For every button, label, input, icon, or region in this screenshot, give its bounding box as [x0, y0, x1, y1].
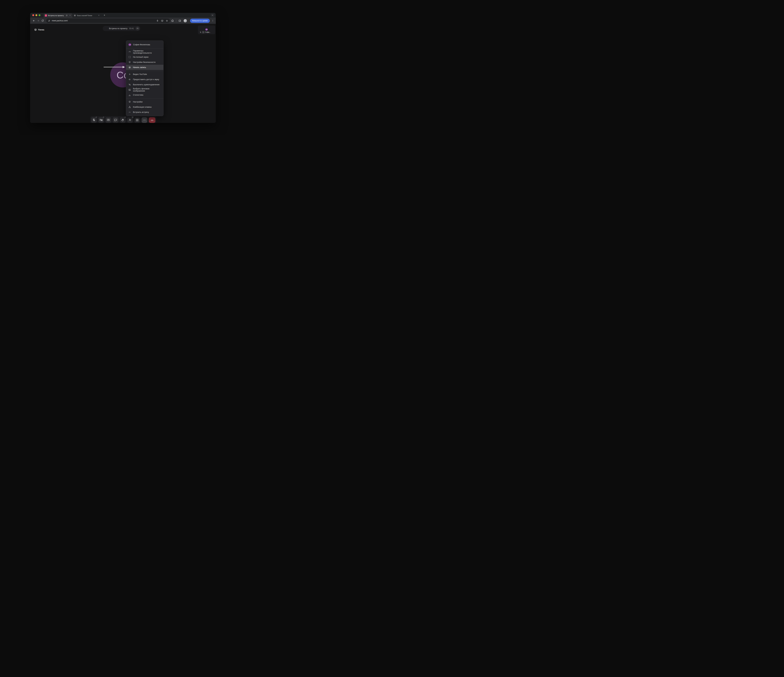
- tab-media-indicator-icon: [66, 14, 68, 17]
- back-icon[interactable]: [32, 19, 36, 23]
- new-tab-button[interactable]: +: [103, 13, 106, 17]
- participant-tile[interactable]: СФ M Софи...: [198, 26, 215, 34]
- toolbar-right: Relaunch to update: [171, 19, 214, 23]
- side-panel-icon[interactable]: [179, 19, 181, 22]
- menu-item-keyboard-shortcuts[interactable]: Комбинации клавиш: [126, 104, 163, 110]
- menu-item-label: Статистика: [133, 94, 143, 96]
- performance-chip[interactable]: [135, 26, 140, 30]
- menu-item-label: Встроить встречу: [133, 111, 149, 113]
- tab-meeting[interactable]: Встреча по проекту ×: [44, 13, 72, 17]
- tab-close-icon[interactable]: ×: [69, 14, 71, 17]
- more-options-button[interactable]: [142, 117, 147, 123]
- annotation-arrow: [104, 65, 126, 68]
- menu-item-start-recording[interactable]: Начать запись: [126, 65, 163, 70]
- menu-item-share-audio[interactable]: Предоставить доступ к звуку: [126, 77, 163, 82]
- audio-share-icon: [128, 78, 131, 81]
- participant-avatar: СФ: [205, 28, 208, 31]
- hand-icon: [121, 118, 124, 122]
- url-text[interactable]: meet.pachca.com/: [52, 20, 155, 22]
- browser-menu-kebab-icon[interactable]: [212, 19, 214, 23]
- traffic-light-close-button[interactable]: [32, 14, 34, 16]
- camera-button[interactable]: [98, 117, 104, 123]
- participants-icon: [128, 118, 132, 122]
- mic-options-chevron-icon[interactable]: [95, 116, 97, 118]
- menu-item-label: Предоставить доступ к звуку: [133, 78, 159, 81]
- menu-item-label: Выключить шумоподавление: [133, 84, 159, 86]
- menu-item-performance[interactable]: Параметры производительности: [126, 49, 163, 54]
- embed-icon: [128, 111, 131, 113]
- install-app-icon[interactable]: [161, 20, 163, 22]
- call-controls-bar: 1: [90, 116, 156, 123]
- traffic-light-zoom-button[interactable]: [39, 14, 40, 16]
- menu-item-label: Комбинации клавиш: [133, 106, 152, 108]
- security-icon: [128, 61, 131, 64]
- mic-off-icon: [92, 118, 95, 122]
- grid-view-button[interactable]: [134, 117, 140, 123]
- profile-avatar[interactable]: [184, 19, 187, 22]
- tab-strip: Встреча по проекту × База знаний Пачки ×…: [30, 13, 216, 17]
- meeting-title: Встреча по проекту: [109, 27, 128, 30]
- mic-in-use-icon[interactable]: [156, 20, 159, 22]
- menu-item-security[interactable]: Настройки безопасности: [126, 59, 163, 65]
- fullscreen-icon: [128, 56, 131, 58]
- pachca-logo-text: Пачка: [38, 28, 44, 31]
- meeting-header: Встреча по проекту 03:41: [103, 26, 140, 31]
- menu-item-noise-suppression[interactable]: Выключить шумоподавление: [126, 82, 163, 87]
- menu-item-statistics[interactable]: Статистика: [126, 92, 163, 98]
- chat-icon: [114, 118, 117, 122]
- menu-item-fullscreen[interactable]: На полный экран: [126, 54, 163, 59]
- bookmark-star-icon[interactable]: [166, 20, 168, 22]
- menu-item-label: Настройки: [133, 101, 143, 103]
- more-options-menu: СФ София Филиппова Параметры производите…: [126, 40, 163, 116]
- screenshare-button[interactable]: [106, 117, 111, 123]
- settings-icon: [128, 101, 131, 103]
- reload-icon[interactable]: [40, 19, 45, 23]
- menu-item-label: На полный экран: [133, 56, 148, 58]
- tab-search-chevron-icon[interactable]: [211, 14, 214, 17]
- tab-knowledge-base[interactable]: База знаний Пачки ×: [72, 13, 101, 17]
- noise-suppression-icon: [128, 83, 131, 86]
- menu-item-background-image[interactable]: Выбрать фоновое изображение: [126, 87, 163, 92]
- meeting-tab-favicon-icon: [45, 14, 47, 17]
- background-image-icon: [128, 89, 131, 91]
- site-info-icon[interactable]: [48, 20, 50, 22]
- hand-options-chevron-icon[interactable]: [124, 116, 126, 118]
- menu-item-label: Настройки безопасности: [133, 61, 156, 63]
- performance-icon: [128, 51, 131, 53]
- participants-button[interactable]: 1: [127, 117, 133, 123]
- menu-item-label: Выбрать фоновое изображение: [133, 88, 161, 92]
- menu-item-youtube[interactable]: Видео YouTube: [126, 71, 163, 77]
- mic-muted-icon: [200, 31, 202, 33]
- chat-button[interactable]: [113, 117, 118, 123]
- extensions-puzzle-icon[interactable]: [171, 19, 174, 22]
- participant-info-row: M Софи...: [200, 31, 211, 33]
- address-bar[interactable]: meet.pachca.com/: [46, 19, 170, 23]
- camera-off-icon: [100, 118, 103, 122]
- gauge-icon: [137, 28, 138, 30]
- participants-count-badge: 1: [132, 116, 134, 118]
- pachca-logo: Пачка: [34, 28, 44, 31]
- forward-icon[interactable]: [36, 19, 40, 23]
- more-icon: [143, 118, 146, 122]
- menu-item-settings[interactable]: Настройки: [126, 99, 163, 104]
- tab-title: База знаний Пачки: [77, 15, 96, 17]
- menu-item-label: Видео YouTube: [133, 73, 147, 75]
- menu-item-embed-meeting[interactable]: Встроить встречу: [126, 110, 163, 115]
- mic-button[interactable]: [91, 117, 97, 123]
- meeting-app: Пачка Встреча по проекту 03:41 СФ M Софи…: [30, 24, 216, 123]
- window-controls: [32, 14, 40, 16]
- participant-name: Софи...: [205, 31, 211, 33]
- tab-title: Встреча по проекту: [48, 15, 65, 17]
- menu-item-label: Начать запись: [133, 66, 146, 68]
- hangup-button[interactable]: [149, 117, 156, 123]
- raise-hand-button[interactable]: [120, 117, 126, 123]
- traffic-light-minimize-button[interactable]: [36, 14, 37, 16]
- youtube-icon: [128, 73, 131, 76]
- tab-close-icon[interactable]: ×: [98, 14, 100, 17]
- browser-window: Встреча по проекту × База знаний Пачки ×…: [30, 13, 216, 123]
- moderator-badge: M: [202, 31, 204, 33]
- kb-tab-favicon-icon: [74, 14, 76, 17]
- camera-options-chevron-icon[interactable]: [103, 116, 104, 118]
- relaunch-update-button[interactable]: Relaunch to update: [190, 19, 210, 23]
- hangup-icon: [151, 118, 154, 122]
